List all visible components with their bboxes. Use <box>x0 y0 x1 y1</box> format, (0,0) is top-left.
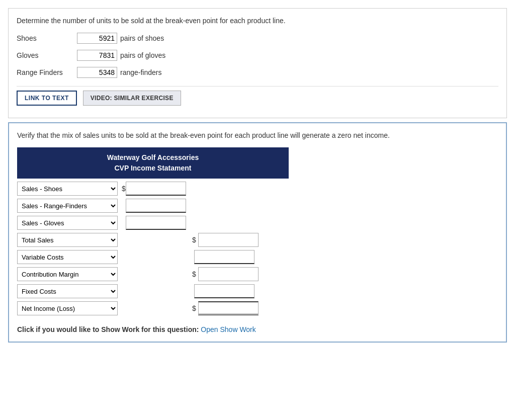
dollar-shoes: $ <box>122 185 126 193</box>
cvp-row-variable-costs: Variable Costs <box>17 250 289 264</box>
cvp-input-total-sales[interactable] <box>198 233 259 247</box>
top-section: Determine the number of units to be sold… <box>8 8 507 118</box>
cvp-select-net-income[interactable]: Net Income (Loss) <box>17 301 118 315</box>
gloves-input[interactable] <box>77 50 117 61</box>
cvp-input-fixed-costs[interactable] <box>194 284 254 298</box>
cvp-row-gloves: Sales - Gloves <box>17 216 289 230</box>
gloves-unit: pairs of gloves <box>120 51 165 59</box>
cvp-table: Waterway Golf Accessories CVP Income Sta… <box>17 147 289 315</box>
cvp-input-gloves[interactable] <box>126 216 186 230</box>
cvp-row-total-sales: Total Sales $ <box>17 233 289 247</box>
cvp-title-line1: Waterway Golf Accessories <box>21 152 285 163</box>
shoes-input[interactable] <box>77 33 117 44</box>
open-show-work-link[interactable]: Open Show Work <box>201 325 255 333</box>
cvp-select-total-sales[interactable]: Total Sales <box>17 233 118 247</box>
dollar-contribution-margin: $ <box>192 270 196 278</box>
show-work-label: Click if you would like to Show Work for… <box>17 325 199 333</box>
cvp-row-net-income: Net Income (Loss) $ <box>17 301 289 315</box>
gloves-label: Gloves <box>17 51 77 59</box>
cvp-row-range-finders: Sales - Range-Finders <box>17 199 289 213</box>
bottom-section: Verify that the mix of sales units to be… <box>8 122 507 343</box>
range-finders-input[interactable] <box>77 67 117 78</box>
range-finders-row: Range Finders range-finders <box>17 67 498 78</box>
cvp-select-range-finders[interactable]: Sales - Range-Finders <box>17 199 118 213</box>
cvp-input-shoes[interactable] <box>126 182 186 196</box>
dollar-total-sales: $ <box>192 236 196 244</box>
range-finders-unit: range-finders <box>120 68 162 76</box>
cvp-select-shoes[interactable]: Sales - Shoes <box>17 182 118 196</box>
cvp-select-gloves[interactable]: Sales - Gloves <box>17 216 118 230</box>
cvp-title-line2: CVP Income Statament <box>21 163 285 174</box>
verify-instruction: Verify that the mix of sales units to be… <box>17 131 498 139</box>
top-instruction: Determine the number of units to be sold… <box>17 17 498 25</box>
cvp-row-fixed-costs: Fixed Costs <box>17 284 289 298</box>
shoes-unit: pairs of shoes <box>120 34 164 42</box>
shoes-row: Shoes pairs of shoes <box>17 33 498 44</box>
shoes-label: Shoes <box>17 34 77 42</box>
cvp-header: Waterway Golf Accessories CVP Income Sta… <box>17 147 289 179</box>
cvp-row-shoes: Sales - Shoes $ <box>17 182 289 196</box>
button-row: LINK TO TEXT VIDEO: SIMILAR EXERCISE <box>17 86 498 110</box>
link-to-text-button[interactable]: LINK TO TEXT <box>17 91 77 106</box>
cvp-row-contribution-margin: Contribution Margin $ <box>17 267 289 281</box>
show-work-row: Click if you would like to Show Work for… <box>17 325 498 333</box>
cvp-input-range-finders[interactable] <box>126 199 186 213</box>
cvp-input-variable-costs[interactable] <box>194 250 254 264</box>
gloves-row: Gloves pairs of gloves <box>17 50 498 61</box>
video-similar-exercise-button[interactable]: VIDEO: SIMILAR EXERCISE <box>83 91 181 106</box>
range-finders-label: Range Finders <box>17 68 77 76</box>
cvp-select-variable-costs[interactable]: Variable Costs <box>17 250 118 264</box>
cvp-select-fixed-costs[interactable]: Fixed Costs <box>17 284 118 298</box>
cvp-select-contribution-margin[interactable]: Contribution Margin <box>17 267 118 281</box>
dollar-net-income: $ <box>192 304 196 312</box>
cvp-input-net-income[interactable] <box>198 301 259 315</box>
cvp-input-contribution-margin[interactable] <box>198 267 259 281</box>
